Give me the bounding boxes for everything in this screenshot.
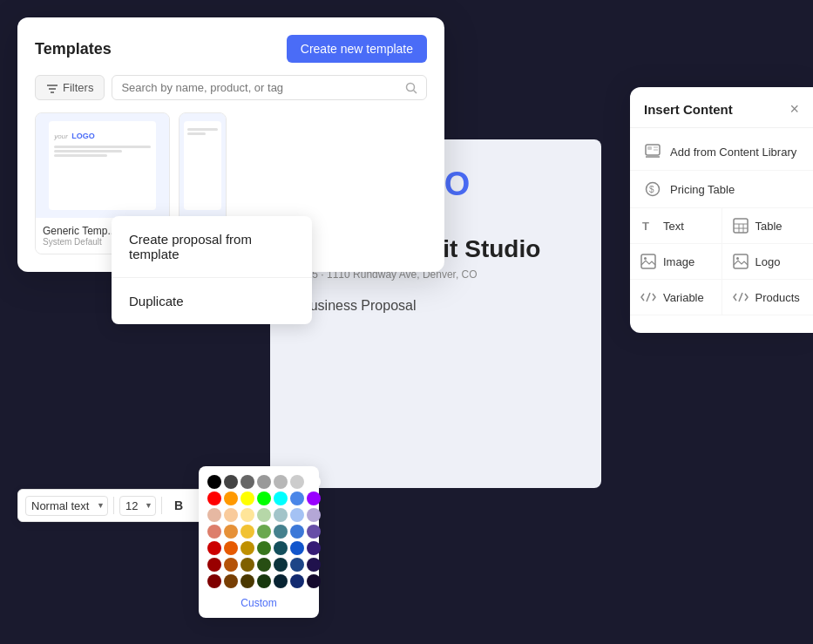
insert-header: Insert Content × bbox=[630, 87, 813, 128]
color-swatch[interactable] bbox=[207, 558, 221, 572]
templates-header: Templates Create new template bbox=[35, 35, 427, 63]
svg-rect-18 bbox=[641, 254, 655, 268]
insert-table[interactable]: Table bbox=[722, 208, 814, 243]
color-swatch[interactable] bbox=[307, 491, 321, 505]
color-swatch[interactable] bbox=[257, 508, 271, 522]
insert-row-image-logo: Image Logo bbox=[630, 244, 813, 280]
template-logo-logo: LOGO bbox=[71, 132, 95, 140]
svg-line-4 bbox=[414, 90, 417, 93]
color-swatch[interactable] bbox=[207, 508, 221, 522]
close-insert-button[interactable]: × bbox=[789, 101, 799, 117]
create-template-button[interactable]: Create new template bbox=[287, 35, 427, 63]
color-swatch[interactable] bbox=[224, 508, 238, 522]
insert-row-variable-products: Variable Products bbox=[630, 280, 813, 315]
insert-content-panel: Insert Content × Add from Content Librar… bbox=[630, 87, 813, 333]
color-swatch[interactable] bbox=[207, 475, 221, 489]
color-swatch[interactable] bbox=[207, 491, 221, 505]
insert-content-library[interactable]: Add from Content Library bbox=[630, 133, 813, 171]
insert-pricing-table[interactable]: $ Pricing Table bbox=[630, 171, 813, 208]
insert-variable[interactable]: Variable bbox=[630, 280, 722, 315]
table-icon bbox=[733, 218, 749, 234]
custom-color-label[interactable]: Custom bbox=[207, 593, 310, 609]
toolbar-divider-1 bbox=[113, 497, 114, 514]
color-swatch[interactable] bbox=[207, 574, 221, 588]
insert-logo[interactable]: Logo bbox=[722, 244, 814, 279]
thumb-lines bbox=[54, 146, 150, 157]
insert-products[interactable]: Products bbox=[722, 280, 814, 315]
text-style-select[interactable]: Normal text bbox=[25, 496, 108, 516]
color-swatch[interactable] bbox=[257, 574, 271, 588]
color-swatch[interactable] bbox=[257, 475, 271, 489]
color-swatch[interactable] bbox=[241, 508, 254, 522]
color-swatch[interactable] bbox=[224, 541, 238, 555]
color-swatch[interactable] bbox=[307, 541, 321, 555]
color-swatch[interactable] bbox=[307, 508, 321, 522]
bold-button[interactable]: B bbox=[167, 494, 190, 517]
color-swatch[interactable] bbox=[290, 525, 304, 539]
products-icon bbox=[733, 289, 749, 305]
color-swatch[interactable] bbox=[274, 541, 288, 555]
color-swatch[interactable] bbox=[224, 475, 238, 489]
context-menu-create-proposal[interactable]: Create proposal from template bbox=[112, 216, 312, 278]
color-swatch[interactable] bbox=[257, 541, 271, 555]
insert-text[interactable]: T Text bbox=[630, 208, 722, 243]
color-swatch[interactable] bbox=[307, 558, 321, 572]
svg-line-22 bbox=[647, 293, 650, 302]
text-style-wrap: Normal text ▼ bbox=[25, 496, 108, 516]
image-label: Image bbox=[663, 255, 694, 268]
thumb-line bbox=[187, 128, 217, 131]
thumb-line bbox=[187, 132, 206, 135]
logo-label: Logo bbox=[755, 255, 781, 268]
color-swatch[interactable] bbox=[307, 475, 321, 489]
insert-title: Insert Content bbox=[644, 102, 733, 117]
insert-image[interactable]: Image bbox=[630, 244, 722, 279]
variable-label: Variable bbox=[663, 291, 704, 304]
color-swatch[interactable] bbox=[274, 491, 288, 505]
color-swatch[interactable] bbox=[307, 525, 321, 539]
color-swatch[interactable] bbox=[207, 525, 221, 539]
thumb-line bbox=[54, 154, 107, 157]
template-thumb-2 bbox=[180, 113, 226, 218]
color-swatch[interactable] bbox=[224, 574, 238, 588]
search-input[interactable] bbox=[121, 81, 405, 94]
thumb-line bbox=[54, 146, 150, 148]
color-swatch[interactable] bbox=[241, 491, 254, 505]
color-swatch[interactable] bbox=[257, 525, 271, 539]
color-swatch[interactable] bbox=[241, 574, 254, 588]
color-swatch[interactable] bbox=[290, 475, 304, 489]
template-thumb-inner-2 bbox=[184, 121, 220, 210]
variable-icon bbox=[640, 289, 656, 305]
color-swatch[interactable] bbox=[290, 541, 304, 555]
color-swatch[interactable] bbox=[290, 558, 304, 572]
color-swatch[interactable] bbox=[224, 525, 238, 539]
color-swatch[interactable] bbox=[241, 558, 254, 572]
color-swatch[interactable] bbox=[290, 508, 304, 522]
template-thumb-inner: your LOGO bbox=[49, 121, 155, 210]
color-swatch[interactable] bbox=[290, 574, 304, 588]
text-label: Text bbox=[663, 220, 684, 233]
color-swatch[interactable] bbox=[274, 558, 288, 572]
color-swatch[interactable] bbox=[224, 558, 238, 572]
template-logo-your: your bbox=[54, 132, 68, 140]
color-swatch[interactable] bbox=[290, 491, 304, 505]
filters-button[interactable]: Filters bbox=[35, 75, 105, 100]
color-swatch[interactable] bbox=[274, 475, 288, 489]
color-swatch[interactable] bbox=[257, 491, 271, 505]
color-swatch[interactable] bbox=[241, 475, 254, 489]
color-swatch[interactable] bbox=[307, 574, 321, 588]
pricing-table-icon: $ bbox=[644, 180, 661, 198]
color-swatch[interactable] bbox=[241, 525, 254, 539]
color-swatch[interactable] bbox=[274, 508, 288, 522]
color-swatch[interactable] bbox=[274, 525, 288, 539]
toolbar-divider-2 bbox=[161, 497, 162, 514]
color-swatch[interactable] bbox=[224, 491, 238, 505]
color-swatch[interactable] bbox=[257, 558, 271, 572]
color-swatch[interactable] bbox=[241, 541, 254, 555]
image-icon bbox=[640, 254, 656, 269]
color-swatch[interactable] bbox=[274, 574, 288, 588]
color-swatch[interactable] bbox=[207, 541, 221, 555]
text-icon: T bbox=[640, 218, 656, 234]
context-menu-duplicate[interactable]: Duplicate bbox=[112, 278, 312, 324]
svg-text:T: T bbox=[642, 220, 649, 233]
font-size-select[interactable]: 12 bbox=[119, 496, 156, 516]
